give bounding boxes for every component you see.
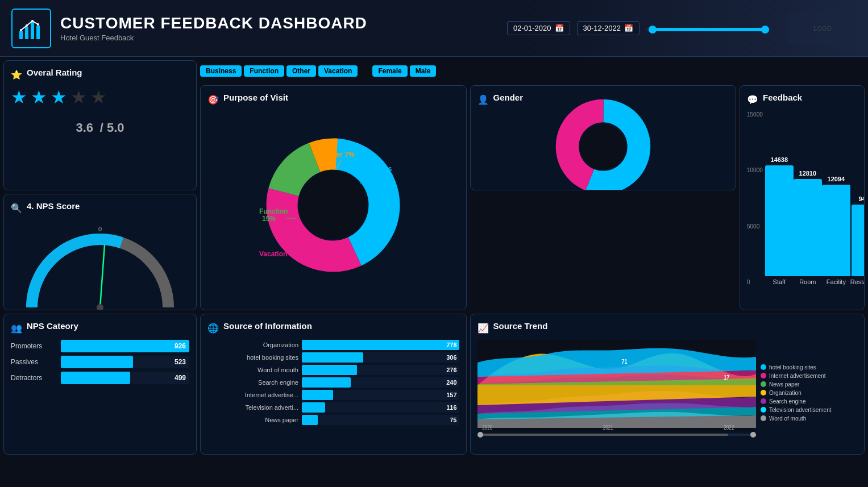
legend-television-advertisement: Television advertisement [761,407,857,413]
svg-text:Vacation 36%: Vacation 36% [259,250,303,258]
y-label-5000: 5000 [747,223,763,230]
slider-track[interactable] [646,28,771,31]
star-3: ★ [51,86,67,108]
header: CUSTOMER FEEDBACK DASHBOARD Hotel Guest … [0,0,868,57]
people-icon: 👥 [11,323,22,334]
stars-row: ★ ★ ★ ★ ★ [11,86,189,108]
gender-card: 👤 Gender Male 56% Fem... 44% [470,85,737,190]
source-trend-card: 📈 Source Trend [470,314,865,455]
trend-slider[interactable] [477,434,757,436]
svg-text:15%: 15% [262,215,276,223]
header-title-group: CUSTOMER FEEDBACK DASHBOARD Hotel Guest … [60,14,507,42]
overall-rating-title: Overal Rating [27,68,82,77]
svg-text:Male: Male [617,174,630,181]
source-trend-title: Source Trend [493,321,548,331]
source-info-header: 🌐 Source of Information [207,321,459,335]
visit-type-filters: BusinessFunctionOtherVacation [200,65,358,77]
date-range-section: 02-01-2020 📅 30-12-2022 📅 [507,21,771,35]
svg-text:Fem...: Fem... [561,134,578,140]
feedback-bar-restaurant: 9472 Restaurant [850,195,865,285]
gender-filters: FemaleMale [372,65,436,77]
svg-point-16 [299,171,367,239]
filter-tab-function[interactable]: Function [244,65,284,77]
feedback-bars: 14638 Staff 12810 Room 12094 Facility 94… [765,111,865,299]
legend-internet-advertisement: Internet advertisement [761,373,857,379]
source-bar-search-engine: Search engine 240 [207,377,459,388]
gender-tab-female[interactable]: Female [372,65,407,77]
nps-score-header: 🔍 4. NPS Score [11,201,189,215]
nps-bar-passives: Passives 523 [11,356,189,368]
source-bar-television-adverti...: Television adverti... 116 [207,402,459,413]
star-5: ★ [90,86,107,108]
trend-slider-thumb-left[interactable] [477,432,483,438]
purpose-visit-card: 🎯 Purpose of Visit [200,85,467,310]
svg-text:Other 7%: Other 7% [325,151,355,159]
gender-icon: 👤 [477,94,489,105]
rating-divider: / [100,120,107,135]
star-icon: ⭐ [11,69,22,80]
gender-donut-svg: Male 56% Fem... 44% [552,95,654,191]
source-bar-organization: Organization 778 [207,340,459,350]
slider-fill [653,28,765,31]
gender-title: Gender [493,93,524,102]
svg-line-8 [100,245,105,307]
purpose-visit-title: Purpose of Visit [223,93,288,102]
nps-bar-promoters: Promoters 926 [11,340,189,352]
svg-point-5 [26,24,28,27]
source-bar-word-of-mouth: Word of mouth 276 [207,365,459,375]
header-logo [11,9,51,48]
source-bar-news-paper: News paper 75 [207,415,459,425]
feedback-header: 💬 Feedback [747,93,857,107]
trend-slider-thumb-right[interactable] [750,432,756,438]
nps-category-header: 👥 NPS Cateory [11,321,189,335]
calendar-icon-start[interactable]: 📅 [555,24,564,32]
purpose-visit-header: 🎯 Purpose of Visit [207,93,459,107]
legend-organization: Organization [761,390,857,396]
calendar-icon-end[interactable]: 📅 [624,24,633,32]
trend-legend: hotel booking sites Internet advertiseme… [761,340,857,446]
y-label-0: 0 [747,279,763,285]
gender-tab-male[interactable]: Male [410,65,437,77]
feedback-bar-room: 12810 Room [794,170,822,285]
filter-tab-business[interactable]: Business [200,65,242,77]
nps-gauge: 0 -100 100 21.9 [11,220,189,310]
date-end[interactable]: 30-12-2022 📅 [577,21,640,35]
stream-chart-area: 71 17 2020 2021 2022 [477,340,757,446]
stream-svg: 71 17 2020 2021 2022 [477,340,757,431]
main-title: CUSTOMER FEEDBACK DASHBOARD [60,14,507,32]
slider-thumb-right[interactable] [761,26,769,34]
svg-text:71: 71 [621,358,627,365]
date-slider[interactable] [646,26,771,31]
svg-text:44%: 44% [563,140,575,147]
feedback-title: Feedback [763,93,802,102]
svg-point-35 [580,124,625,169]
svg-text:2020: 2020 [482,424,492,431]
slider-thumb-left[interactable] [649,26,657,34]
svg-rect-2 [31,22,34,39]
source-bar-internet-advertise...: Internet advertise... 157 [207,390,459,400]
legend-word-of-mouth: Word of mouth [761,415,857,422]
legend-search-engine: Search engine [761,398,857,405]
subtitle: Hotel Guest Feedback [60,34,507,42]
star-1: ★ [11,86,27,108]
overall-rating-header: ⭐ Overal Rating [11,68,189,82]
svg-rect-1 [25,27,28,39]
feedback-card: 💬 Feedback 15000 10000 5000 0 14638 Staf… [740,85,865,310]
svg-text:43%: 43% [364,173,378,181]
source-bar-hotel-booking-sites: hotel booking sites 306 [207,352,459,363]
filter-tab-vacation[interactable]: Vacation [318,65,358,77]
nps-score-title: 4. NPS Score [27,201,80,211]
filter-strip: BusinessFunctionOtherVacation FemaleMale [200,60,865,82]
nps-category-bars: Promoters 926 Passives 523 Detractors 49… [11,340,189,384]
svg-rect-3 [36,26,40,39]
filter-tab-other[interactable]: Other [286,65,316,77]
svg-text:Function: Function [259,207,288,215]
star-2: ★ [31,86,47,108]
globe-icon: 🌐 [207,323,219,334]
overall-rating-card: ⭐ Overal Rating ★ ★ ★ ★ ★ 3.6 / 5.0 [3,60,197,190]
date-start[interactable]: 02-01-2020 📅 [507,21,570,35]
feedback-chart-area: 15000 10000 5000 0 14638 Staff 12810 Roo… [747,111,857,299]
rating-value: 3.6 / 5.0 [11,110,189,138]
svg-text:2021: 2021 [603,424,613,431]
nps-category-title: NPS Cateory [27,321,78,331]
